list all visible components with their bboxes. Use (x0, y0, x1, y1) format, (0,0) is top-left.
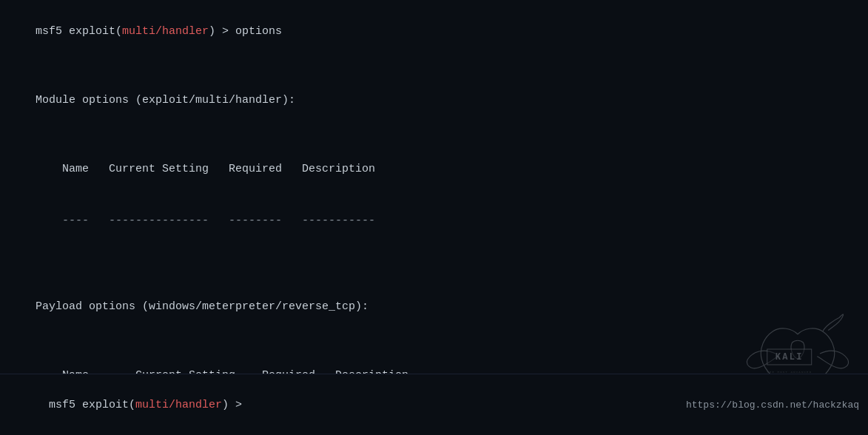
svg-text:KALI: KALI (776, 352, 804, 362)
prompt-module-bottom: multi/handler (135, 399, 222, 411)
prompt-module-1: multi/handler (122, 25, 209, 38)
payload-options-header: Payload options (windows/meterpreter/rev… (9, 281, 859, 333)
prompt-suffix-bottom: ) > (222, 399, 249, 411)
bottom-bar: msf5 exploit(multi/handler) > https://bl… (0, 374, 868, 435)
command-line-1: msf5 exploit(multi/handler) > options (9, 6, 859, 58)
prompt-msf-bottom: msf5 exploit( (49, 399, 135, 411)
module-options-header: Module options (exploit/multi/handler): (9, 75, 859, 127)
url-display: https://blog.csdn.net/hackzkaq (686, 399, 859, 411)
prompt-suffix-1: ) > options (209, 25, 282, 38)
module-table-headers: Name Current Setting Required Descriptio… (9, 144, 859, 195)
command-prompt-bottom[interactable]: msf5 exploit(multi/handler) > (9, 379, 249, 431)
prompt-msf-1: msf5 exploit( (36, 25, 122, 38)
module-table-separator: ---- --------------- -------- ----------… (9, 195, 859, 247)
terminal-window: msf5 exploit(multi/handler) > options Mo… (0, 0, 868, 435)
